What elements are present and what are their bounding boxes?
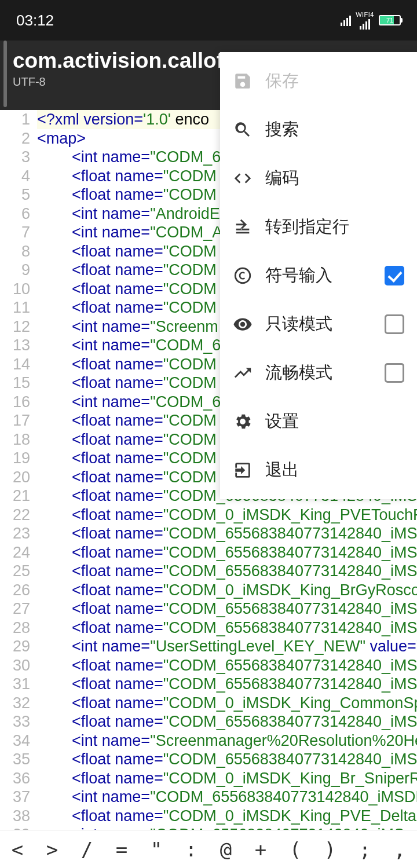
copyright-icon xyxy=(233,266,253,285)
status-right: WIFI4 71 xyxy=(341,11,401,30)
symbol-key[interactable]: > xyxy=(35,838,70,861)
line-number: 25 xyxy=(0,562,30,581)
line-number: 6 xyxy=(0,204,30,224)
line-number: 12 xyxy=(0,317,30,336)
symbol-key[interactable]: " xyxy=(139,838,174,861)
line-number: 38 xyxy=(0,807,30,826)
code-line[interactable]: <int name="CODM_655683840773142840_iMSDK xyxy=(37,788,417,807)
battery-icon: 71 xyxy=(379,15,401,25)
line-number: 15 xyxy=(0,373,30,393)
line-number: 34 xyxy=(0,731,30,750)
line-number: 36 xyxy=(0,769,30,788)
menu-exit[interactable]: 退出 xyxy=(220,446,417,495)
code-line[interactable]: <float name="CODM_655683840773142840_iMS xyxy=(37,524,417,543)
code-line[interactable]: <float name="CODM_0_iMSDK_King_PVETouchF xyxy=(37,506,417,525)
symbol-key[interactable]: / xyxy=(70,838,104,861)
smooth-checkbox[interactable] xyxy=(385,363,404,383)
gutter: 1234567891011121314151617181920212223242… xyxy=(0,110,35,844)
line-number: 23 xyxy=(0,524,30,543)
code-line[interactable]: <float name="CODM_655683840773142840_iMS xyxy=(37,618,417,638)
symbol-key[interactable]: @ xyxy=(209,838,243,861)
line-number: 32 xyxy=(0,694,30,713)
line-number: 30 xyxy=(0,656,30,675)
line-number: 18 xyxy=(0,430,30,449)
line-number: 17 xyxy=(0,411,30,430)
line-number: 27 xyxy=(0,599,30,618)
line-number: 16 xyxy=(0,393,30,412)
symbol-key[interactable]: ( xyxy=(278,838,313,861)
line-number: 3 xyxy=(0,148,30,167)
symbol-key[interactable]: ; xyxy=(348,838,382,861)
menu-readonly[interactable]: 只读模式 xyxy=(220,300,417,349)
code-line[interactable]: <int name="Screenmanager%20Resolution%20… xyxy=(37,731,417,750)
menu-encoding[interactable]: 编码 xyxy=(220,154,417,203)
gear-icon xyxy=(233,412,253,431)
symbol-key[interactable]: ) xyxy=(313,838,348,861)
code-line[interactable]: <float name="CODM_655683840773142840_iMS xyxy=(37,656,417,675)
code-line[interactable]: <float name="CODM_655683840773142840_iMS xyxy=(37,599,417,618)
line-number: 21 xyxy=(0,486,30,506)
menu-settings[interactable]: 设置 xyxy=(220,397,417,446)
line-number: 8 xyxy=(0,242,30,261)
line-number: 33 xyxy=(0,712,30,731)
line-number: 19 xyxy=(0,449,30,468)
line-number: 1 xyxy=(0,110,30,129)
goto-line-icon xyxy=(233,217,253,237)
code-line[interactable]: <int name="UserSettingLevel_KEY_NEW" val… xyxy=(37,637,417,656)
wifi-icon: WIFI4 xyxy=(356,11,374,30)
symbol-bar: <>/=":@+();, xyxy=(0,830,417,868)
menu-search[interactable]: 搜索 xyxy=(220,105,417,154)
line-number: 14 xyxy=(0,355,30,374)
code-line[interactable]: <float name="CODM_655683840773142840_iMS xyxy=(37,675,417,694)
overflow-menu: 保存 搜索 编码 转到指定行 符号输入 只读模式 流畅模 xyxy=(220,52,417,499)
line-number: 35 xyxy=(0,750,30,769)
search-icon xyxy=(233,120,253,140)
readonly-checkbox[interactable] xyxy=(385,314,404,334)
line-number: 24 xyxy=(0,543,30,562)
menu-symbol-input[interactable]: 符号输入 xyxy=(220,251,417,300)
scrollbar[interactable] xyxy=(3,41,7,107)
code-line[interactable]: <float name="CODM_0_iMSDK_King_BrGyRosco… xyxy=(37,581,417,600)
line-number: 28 xyxy=(0,618,30,638)
line-number: 26 xyxy=(0,581,30,600)
status-bar: 03:12 WIFI4 71 xyxy=(0,0,417,41)
line-number: 22 xyxy=(0,506,30,525)
exit-icon xyxy=(233,460,253,480)
menu-goto-line[interactable]: 转到指定行 xyxy=(220,203,417,251)
line-number: 37 xyxy=(0,788,30,807)
menu-save[interactable]: 保存 xyxy=(220,57,417,105)
symbol-input-checkbox[interactable] xyxy=(385,266,404,285)
symbol-key[interactable]: = xyxy=(104,838,139,861)
code-line[interactable]: <float name="CODM_655683840773142840_iMS xyxy=(37,712,417,731)
trending-icon xyxy=(233,363,253,383)
code-line[interactable]: <float name="CODM_655683840773142840_iMS xyxy=(37,543,417,562)
line-number: 29 xyxy=(0,637,30,656)
status-time: 03:12 xyxy=(16,12,54,30)
symbol-key[interactable]: < xyxy=(0,838,35,861)
code-icon xyxy=(233,169,253,188)
symbol-key[interactable]: + xyxy=(243,838,278,861)
line-number: 2 xyxy=(0,129,30,148)
code-line[interactable]: <float name="CODM_655683840773142840_iMS xyxy=(37,750,417,769)
symbol-key[interactable]: , xyxy=(382,838,417,861)
line-number: 31 xyxy=(0,675,30,694)
line-number: 20 xyxy=(0,468,30,487)
line-number: 11 xyxy=(0,298,30,317)
save-icon xyxy=(233,71,253,91)
line-number: 5 xyxy=(0,185,30,204)
line-number: 4 xyxy=(0,167,30,186)
line-number: 10 xyxy=(0,280,30,299)
code-line[interactable]: <float name="CODM_655683840773142840_iMS xyxy=(37,562,417,581)
menu-smooth[interactable]: 流畅模式 xyxy=(220,349,417,397)
code-line[interactable]: <float name="CODM_0_iMSDK_King_Br_Sniper… xyxy=(37,769,417,788)
signal-icon xyxy=(341,14,351,26)
line-number: 7 xyxy=(0,223,30,242)
code-line[interactable]: <float name="CODM_0_iMSDK_King_CommonSp xyxy=(37,694,417,713)
eye-icon xyxy=(233,314,253,334)
symbol-key[interactable]: : xyxy=(174,838,209,861)
code-line[interactable]: <float name="CODM_0_iMSDK_King_PVE_Delta… xyxy=(37,807,417,826)
line-number: 9 xyxy=(0,261,30,280)
line-number: 13 xyxy=(0,336,30,355)
